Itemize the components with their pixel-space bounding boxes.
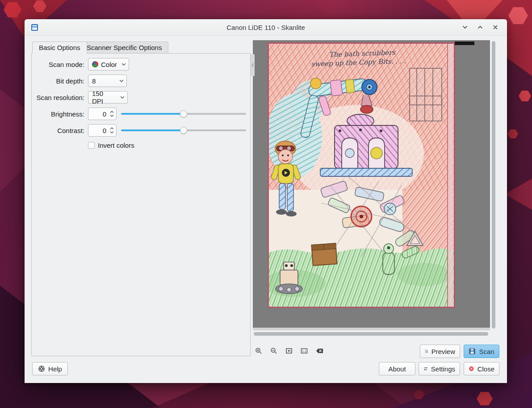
- scan-mode-dropdown[interactable]: Color: [88, 58, 129, 71]
- bit-depth-label: Bit depth:: [32, 77, 84, 85]
- contrast-label: Contrast:: [32, 127, 84, 134]
- svg-text:1:1: 1:1: [302, 350, 306, 353]
- zoom-actual-size-icon: 1:1: [301, 347, 308, 354]
- close-icon: [492, 24, 498, 30]
- vertical-scrollbar[interactable]: [491, 40, 496, 330]
- scan-artifact-dark-bar: [455, 42, 474, 45]
- settings-button-label: Settings: [431, 365, 455, 373]
- close-button-label: Close: [478, 365, 494, 373]
- spin-up-icon[interactable]: [110, 111, 114, 113]
- window-title: Canon LiDE 110 - Skanlite: [25, 24, 507, 31]
- chevron-down-icon: [121, 62, 126, 66]
- brightness-value: 0: [88, 110, 108, 118]
- zoom-to-fit-button[interactable]: [283, 345, 295, 357]
- preview-toolbar: 1:1: [253, 345, 325, 357]
- help-button[interactable]: Help: [32, 362, 68, 375]
- help-button-label: Help: [48, 365, 62, 373]
- contrast-spinbox[interactable]: 0: [88, 124, 117, 137]
- document-preview-icon: [425, 348, 428, 355]
- spin-down-icon[interactable]: [110, 114, 114, 117]
- brightness-row: Brightness: 0: [32, 108, 250, 120]
- scan-resolution-row: Scan resolution: 150 DPI: [32, 91, 250, 104]
- scan-resolution-label: Scan resolution:: [32, 94, 84, 101]
- settings-sliders-icon: [423, 365, 428, 372]
- zoom-to-fit-icon: [285, 347, 293, 354]
- scan-mode-label: Scan mode:: [32, 61, 84, 68]
- about-button[interactable]: About: [379, 362, 415, 375]
- bit-depth-row: Bit depth: 8: [32, 75, 250, 87]
- chevron-down-icon: [462, 24, 468, 30]
- spin-down-icon[interactable]: [110, 131, 114, 133]
- scan-button[interactable]: Scan: [464, 345, 499, 358]
- spin-up-icon[interactable]: [110, 127, 114, 130]
- about-button-label: About: [388, 365, 406, 373]
- close-button[interactable]: Close: [464, 362, 499, 375]
- scan-artifact-light-strip: [253, 328, 490, 330]
- chevron-up-icon: [477, 24, 483, 30]
- brightness-label: Brightness:: [32, 110, 84, 118]
- basic-options-panel: Scan mode: Color Bit depth: 8 Scan resol…: [31, 53, 251, 356]
- brightness-spinbox[interactable]: 0: [88, 108, 117, 120]
- maximize-button[interactable]: [475, 22, 486, 33]
- invert-colors-label: Invert colors: [98, 142, 134, 149]
- invert-colors-row: Invert colors: [88, 142, 134, 149]
- preview-button-label: Preview: [431, 348, 455, 355]
- zoom-out-icon: [270, 347, 277, 354]
- horizontal-scrollbar[interactable]: [253, 331, 490, 337]
- contrast-slider[interactable]: [121, 126, 246, 134]
- slider-fill: [121, 129, 184, 131]
- chevron-down-icon: [119, 79, 124, 83]
- close-window-button[interactable]: [490, 22, 501, 33]
- vertical-scrollbar-handle[interactable]: [492, 41, 495, 329]
- horizontal-scrollbar-handle[interactable]: [254, 332, 488, 336]
- color-wheel-icon: [92, 61, 98, 67]
- contrast-slider-handle[interactable]: [180, 127, 187, 134]
- skanlite-window: Canon LiDE 110 - Skanlite Basic Options …: [25, 19, 507, 383]
- scan-resolution-value: 150 DPI: [92, 90, 116, 105]
- zoom-actual-size-button[interactable]: 1:1: [298, 345, 310, 357]
- scan-button-label: Scan: [479, 348, 494, 355]
- zoom-in-icon: [255, 347, 262, 354]
- preview-button[interactable]: Preview: [420, 345, 460, 358]
- scan-preview-area[interactable]: The bath scrubbers sweep up the Copy Bit…: [253, 40, 490, 330]
- save-scan-icon: [469, 348, 476, 355]
- scan-mode-value: Color: [101, 61, 117, 68]
- brightness-slider-handle[interactable]: [180, 110, 187, 117]
- bit-depth-value: 8: [92, 77, 96, 85]
- scan-mode-row: Scan mode: Color: [32, 58, 250, 71]
- app-window-icon: [31, 24, 38, 31]
- help-icon: [38, 365, 45, 372]
- zoom-in-button[interactable]: [253, 345, 264, 357]
- close-circle-icon: [469, 365, 474, 372]
- scan-resolution-dropdown[interactable]: 150 DPI: [88, 91, 128, 104]
- zoom-out-button[interactable]: [268, 345, 280, 357]
- tab-scanner-specific-options[interactable]: Scanner Specific Options: [80, 42, 168, 53]
- bit-depth-dropdown[interactable]: 8: [88, 75, 127, 87]
- tab-basic-options[interactable]: Basic Options: [32, 42, 87, 54]
- titlebar[interactable]: Canon LiDE 110 - Skanlite: [25, 19, 507, 36]
- clear-selections-button[interactable]: [314, 345, 325, 357]
- settings-button[interactable]: Settings: [419, 362, 460, 375]
- clear-selections-icon: [316, 347, 323, 354]
- chevron-down-icon: [120, 96, 125, 99]
- contrast-value: 0: [88, 127, 108, 134]
- contrast-row: Contrast: 0: [32, 124, 250, 137]
- scanned-drawing: The bath scrubbers sweep up the Copy Bit…: [268, 42, 455, 308]
- chevron-left-icon: [251, 63, 254, 67]
- scanned-image: The bath scrubbers sweep up the Copy Bit…: [268, 42, 455, 308]
- minimize-button[interactable]: [460, 22, 470, 33]
- brightness-slider[interactable]: [121, 110, 246, 118]
- splitter-handle[interactable]: [251, 54, 255, 76]
- slider-fill: [121, 113, 184, 115]
- invert-colors-checkbox[interactable]: [88, 142, 95, 149]
